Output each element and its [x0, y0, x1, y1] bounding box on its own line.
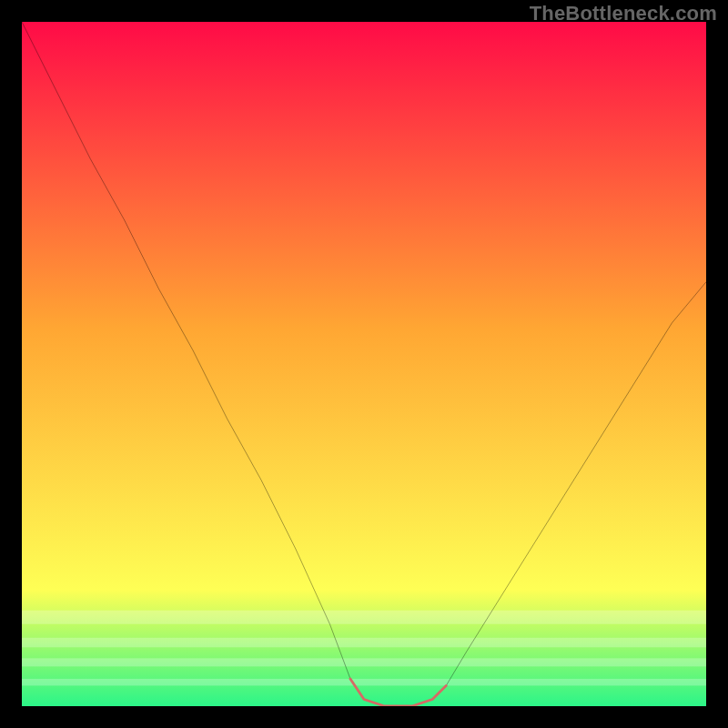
bottleneck-chart: [22, 22, 706, 706]
svg-rect-1: [22, 638, 706, 648]
plot-background: [22, 22, 706, 706]
svg-rect-0: [22, 611, 706, 624]
svg-rect-2: [22, 658, 706, 666]
svg-rect-3: [22, 679, 706, 686]
chart-frame: TheBottleneck.com: [0, 0, 728, 728]
watermark-label: TheBottleneck.com: [530, 2, 717, 25]
